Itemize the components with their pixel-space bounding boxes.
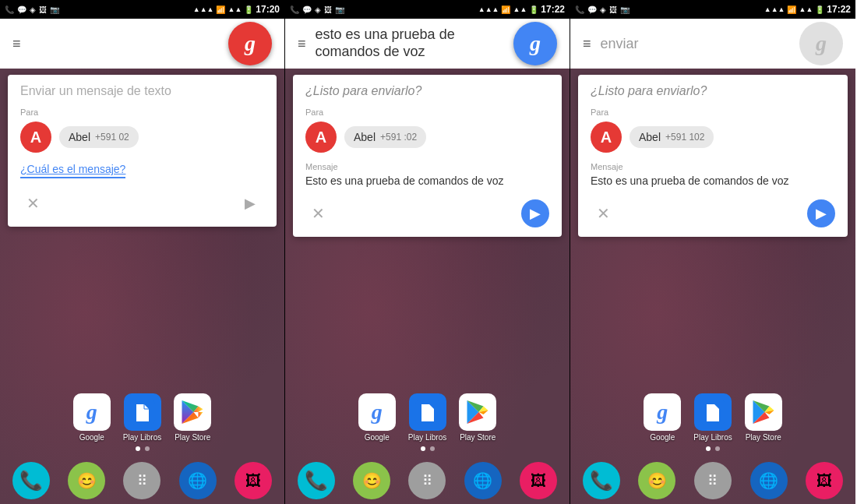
- page-dots-3: [570, 446, 855, 451]
- card-actions-1: ✕ ▶: [20, 186, 264, 217]
- status-bar-right-1: ▲▲▲ 📶 ▲▲ 🔋 17:20: [193, 4, 280, 15]
- contact-phone-3: +591 102: [665, 132, 704, 143]
- send-button-2[interactable]: ▶: [521, 199, 549, 227]
- whatsapp-icon-3: 💬: [587, 5, 597, 14]
- dock-browser-3[interactable]: 🌐: [750, 462, 788, 499]
- google-app-label-2: Google: [365, 433, 390, 442]
- battery-icon-2: 🔋: [529, 5, 538, 14]
- contact-row-3: A Abel +591 102: [591, 122, 835, 153]
- para-label-1: Para: [20, 107, 264, 117]
- mensaje-text-3: Esto es una prueba de comandos de voz: [591, 174, 835, 187]
- page-dot-3-1: [706, 446, 711, 451]
- google-app-2[interactable]: g Google: [358, 393, 396, 442]
- google-fab-3[interactable]: g: [799, 22, 843, 65]
- dock-browser-2[interactable]: 🌐: [464, 462, 502, 499]
- dock-sms-1[interactable]: 😊: [68, 462, 105, 499]
- phone-screen-2: 📞 💬 ◈ 🖼 📷 ▲▲▲ 📶 ▲▲ 🔋 17:22 ≡ esto es una…: [285, 0, 570, 504]
- image-icon: 🖼: [39, 5, 47, 14]
- card-2: ¿Listo para enviarlo? Para A Abel +591 :…: [293, 75, 562, 237]
- signal-icon-1: ▲▲▲: [193, 5, 214, 13]
- libros-app-2[interactable]: Play Libros: [408, 393, 446, 442]
- status-bar-1: 📞 💬 ◈ 🖼 📷 ▲▲▲ 📶 ▲▲ 🔋 17:20: [0, 0, 284, 19]
- store-app-icon-3: [745, 393, 782, 431]
- google-app-label-1: Google: [79, 433, 104, 442]
- phone-status-icon: 📞: [5, 5, 14, 14]
- app-row-3: g Google Play Libros Pla: [570, 393, 855, 442]
- libros-app-3[interactable]: Play Libros: [693, 393, 732, 442]
- wifi-icon-3: 📶: [787, 5, 796, 14]
- dock-area-3: g Google Play Libros Pla: [570, 393, 855, 457]
- libros-app-label-2: Play Libros: [408, 433, 446, 442]
- phone-status-icon-2: 📞: [290, 5, 299, 14]
- dock-browser-1[interactable]: 🌐: [179, 462, 217, 499]
- cancel-button-2[interactable]: ✕: [305, 201, 330, 226]
- hamburger-menu-2[interactable]: ≡: [298, 36, 306, 52]
- enviar-text-3: enviar: [591, 36, 799, 52]
- libros-app-1[interactable]: Play Libros: [123, 393, 161, 442]
- store-app-2[interactable]: Play Store: [459, 393, 496, 442]
- contact-row-2: A Abel +591 :02: [305, 122, 549, 153]
- signal2-icon-2: ▲▲: [513, 5, 527, 13]
- status-bar-right-3: ▲▲▲ 📶 ▲▲ 🔋 17:22: [764, 4, 851, 15]
- svg-marker-5: [199, 412, 203, 418]
- dock-apps-3[interactable]: ⠿: [694, 462, 732, 499]
- avatar-2: A: [305, 122, 337, 153]
- dock-apps-2[interactable]: ⠿: [408, 462, 446, 499]
- store-app-3[interactable]: Play Store: [745, 393, 782, 442]
- card-subtitle-3: ¿Listo para enviarlo?: [591, 84, 835, 98]
- send-button-1[interactable]: ▶: [236, 189, 264, 217]
- page-dots-2: [285, 446, 570, 451]
- card-title-1: Enviar un mensaje de texto: [20, 84, 264, 98]
- google-app-1[interactable]: g Google: [73, 393, 111, 442]
- contact-info-1: Abel +591 02: [59, 126, 139, 148]
- cancel-button-3[interactable]: ✕: [591, 201, 615, 226]
- send-button-3[interactable]: ▶: [807, 199, 835, 227]
- libros-app-icon-3: [694, 393, 732, 431]
- signal-icon-3: ▲▲▲: [764, 5, 785, 13]
- bottom-dock-3: 📞 😊 ⠿ 🌐 🖼: [570, 457, 855, 504]
- store-app-label-1: Play Store: [175, 433, 210, 442]
- status-time-3: 17:22: [827, 4, 851, 15]
- page-dot-2-1: [421, 446, 425, 451]
- google-app-3[interactable]: g Google: [644, 393, 681, 442]
- dock-photos-1[interactable]: 🖼: [235, 462, 272, 499]
- status-bar-2: 📞 💬 ◈ 🖼 📷 ▲▲▲ 📶 ▲▲ 🔋 17:22: [285, 0, 570, 19]
- dropbox-icon: ◈: [30, 5, 36, 14]
- page-dot-2-2: [430, 446, 435, 451]
- contact-name-2: Abel: [354, 131, 376, 143]
- dock-photos-3[interactable]: 🖼: [806, 462, 843, 499]
- card-actions-2: ✕ ▶: [305, 196, 549, 227]
- para-label-3: Para: [591, 107, 835, 117]
- status-bar-left-3: 📞 💬 ◈ 🖼 📷: [575, 5, 630, 14]
- dock-sms-3[interactable]: 😊: [638, 462, 675, 499]
- avatar-1: A: [20, 122, 51, 153]
- dock-apps-1[interactable]: ⠿: [123, 462, 160, 499]
- dock-phone-3[interactable]: 📞: [583, 462, 620, 499]
- whatsapp-icon: 💬: [17, 5, 26, 14]
- dock-photos-2[interactable]: 🖼: [520, 462, 557, 499]
- card-subtitle-2: ¿Listo para enviarlo?: [305, 84, 549, 98]
- wifi-icon-2: 📶: [501, 5, 510, 14]
- dock-phone-1[interactable]: 📞: [12, 462, 50, 499]
- contact-name-1: Abel: [69, 131, 90, 143]
- hamburger-menu-1[interactable]: ≡: [12, 36, 21, 52]
- status-bar-left-2: 📞 💬 ◈ 🖼 📷: [290, 5, 344, 14]
- dock-sms-2[interactable]: 😊: [353, 462, 390, 499]
- avatar-3: A: [591, 122, 622, 153]
- store-app-1[interactable]: Play Store: [174, 393, 211, 442]
- google-fab-2[interactable]: g: [513, 22, 557, 65]
- dropbox-icon-3: ◈: [600, 5, 606, 14]
- google-fab-1[interactable]: g: [228, 22, 272, 65]
- dock-area-2: g Google Play Libros Pla: [285, 393, 570, 457]
- phone-status-icon-3: 📞: [575, 5, 584, 14]
- hamburger-menu-3[interactable]: ≡: [583, 36, 591, 52]
- whatsapp-icon-2: 💬: [302, 5, 312, 14]
- google-app-icon-2: g: [358, 393, 396, 431]
- libros-app-icon-1: [124, 393, 161, 431]
- card-actions-3: ✕ ▶: [591, 196, 835, 227]
- dock-phone-2[interactable]: 📞: [298, 462, 335, 499]
- status-bar-3: 📞 💬 ◈ 🖼 📷 ▲▲▲ 📶 ▲▲ 🔋 17:22: [570, 0, 855, 19]
- signal-icon-2: ▲▲▲: [478, 5, 499, 13]
- page-dot-1-2: [145, 446, 150, 451]
- cancel-button-1[interactable]: ✕: [20, 191, 45, 216]
